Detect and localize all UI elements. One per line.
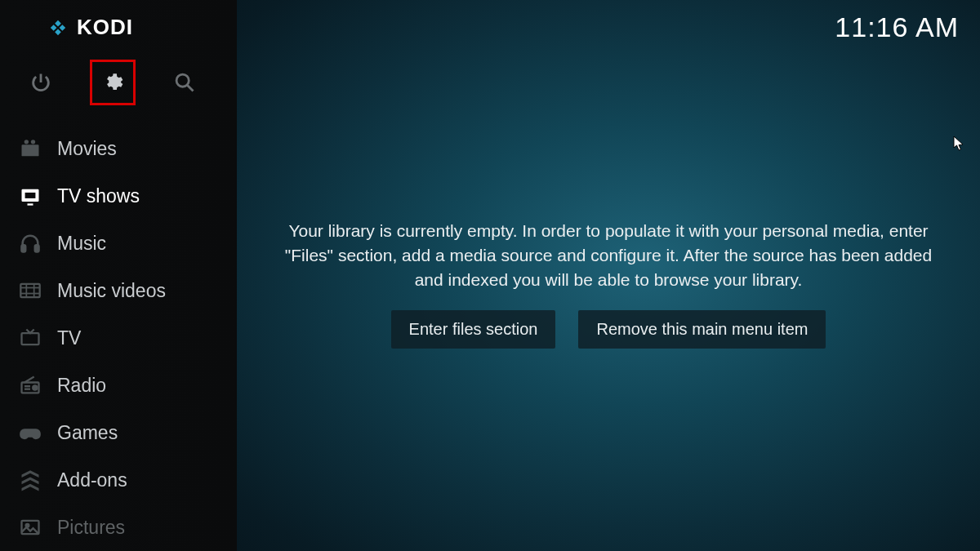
svg-rect-1 [60, 24, 66, 31]
headphones-icon [18, 231, 42, 256]
svg-rect-19 [22, 333, 39, 344]
svg-rect-0 [55, 20, 61, 26]
sidebar-item-music-videos[interactable]: Music videos [0, 267, 237, 314]
action-button-row: Enter files section Remove this main men… [274, 310, 943, 349]
brand-name: KODI [77, 15, 133, 40]
svg-point-8 [31, 140, 35, 144]
sidebar-item-label: Games [57, 422, 118, 444]
sidebar-item-addons[interactable]: Add-ons [0, 456, 237, 504]
addons-icon [18, 468, 42, 492]
clock: 11:16 AM [835, 11, 959, 43]
tv-icon [18, 326, 42, 350]
sidebar-item-pictures[interactable]: Pictures [0, 504, 237, 551]
power-button[interactable] [24, 66, 57, 99]
search-button[interactable] [168, 66, 201, 99]
sidebar-item-label: TV shows [57, 185, 140, 207]
svg-rect-3 [55, 29, 61, 35]
enter-files-button[interactable]: Enter files section [391, 310, 556, 349]
top-icon-row [0, 47, 237, 117]
brand: KODI [0, 0, 237, 47]
music-video-icon [18, 278, 42, 303]
svg-rect-2 [51, 24, 57, 31]
sidebar-item-label: Pictures [57, 517, 125, 539]
main-panel: 11:16 AM Your library is currently empty… [237, 0, 980, 551]
svg-point-7 [24, 140, 29, 144]
svg-rect-6 [22, 144, 39, 156]
empty-library-content: Your library is currently empty. In orde… [274, 219, 943, 349]
svg-rect-12 [22, 245, 26, 251]
sidebar-item-label: Radio [57, 375, 106, 397]
settings-button[interactable] [91, 61, 134, 104]
sidebar-item-movies[interactable]: Movies [0, 125, 237, 172]
remove-menu-item-button[interactable]: Remove this main menu item [578, 310, 826, 349]
sidebar-item-music[interactable]: Music [0, 220, 237, 267]
svg-point-21 [33, 385, 37, 389]
sidebar-item-label: Movies [57, 138, 117, 160]
svg-rect-10 [24, 192, 36, 199]
sidebar-item-tv[interactable]: TV [0, 314, 237, 362]
sidebar-item-games[interactable]: Games [0, 409, 237, 456]
sidebar: KODI [0, 0, 237, 551]
svg-point-4 [176, 74, 189, 87]
sidebar-item-label: Music [57, 233, 106, 255]
movie-icon [18, 136, 42, 161]
sidebar-item-label: TV [57, 327, 81, 349]
game-icon [18, 420, 42, 445]
tv-show-icon [18, 184, 42, 208]
kodi-logo-icon [47, 17, 69, 38]
pictures-icon [18, 515, 42, 540]
svg-line-5 [188, 86, 194, 91]
sidebar-item-label: Add-ons [57, 469, 127, 491]
svg-rect-13 [35, 245, 39, 251]
main-menu: Movies TV shows Music Music videos [0, 117, 237, 551]
sidebar-item-label: Music videos [57, 280, 166, 302]
sidebar-item-tv-shows[interactable]: TV shows [0, 172, 237, 220]
empty-library-text: Your library is currently empty. In orde… [274, 219, 943, 292]
sidebar-item-radio[interactable]: Radio [0, 362, 237, 409]
radio-icon [18, 373, 42, 398]
mouse-cursor-icon [953, 136, 964, 152]
svg-rect-14 [20, 284, 39, 297]
